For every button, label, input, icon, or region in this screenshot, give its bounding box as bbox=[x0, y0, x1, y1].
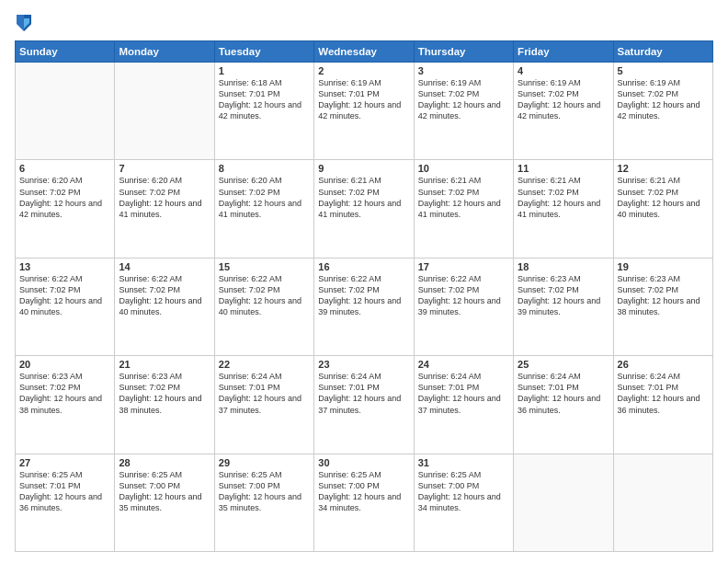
day-number: 22 bbox=[219, 359, 310, 370]
day-cell: 18Sunrise: 6:23 AM Sunset: 7:02 PM Dayli… bbox=[514, 258, 613, 355]
day-cell: 6Sunrise: 6:20 AM Sunset: 7:02 PM Daylig… bbox=[16, 160, 115, 258]
day-number: 26 bbox=[618, 359, 709, 370]
day-info: Sunrise: 6:22 AM Sunset: 7:02 PM Dayligh… bbox=[19, 273, 110, 318]
day-cell: 10Sunrise: 6:21 AM Sunset: 7:02 PM Dayli… bbox=[414, 160, 513, 258]
header bbox=[15, 11, 713, 33]
day-info: Sunrise: 6:22 AM Sunset: 7:02 PM Dayligh… bbox=[318, 273, 409, 318]
logo-icon bbox=[15, 11, 33, 33]
day-info: Sunrise: 6:25 AM Sunset: 7:00 PM Dayligh… bbox=[318, 469, 409, 514]
day-cell: 9Sunrise: 6:21 AM Sunset: 7:02 PM Daylig… bbox=[314, 160, 414, 258]
day-cell: 23Sunrise: 6:24 AM Sunset: 7:01 PM Dayli… bbox=[314, 356, 414, 454]
day-info: Sunrise: 6:24 AM Sunset: 7:01 PM Dayligh… bbox=[618, 371, 709, 416]
day-cell: 8Sunrise: 6:20 AM Sunset: 7:02 PM Daylig… bbox=[214, 160, 313, 258]
day-info: Sunrise: 6:24 AM Sunset: 7:01 PM Dayligh… bbox=[318, 371, 409, 416]
week-row-3: 13Sunrise: 6:22 AM Sunset: 7:02 PM Dayli… bbox=[16, 258, 713, 355]
day-info: Sunrise: 6:25 AM Sunset: 7:01 PM Dayligh… bbox=[19, 469, 110, 514]
day-info: Sunrise: 6:23 AM Sunset: 7:02 PM Dayligh… bbox=[518, 273, 609, 318]
day-number: 25 bbox=[518, 359, 609, 370]
day-cell: 20Sunrise: 6:23 AM Sunset: 7:02 PM Dayli… bbox=[16, 356, 115, 454]
day-number: 10 bbox=[418, 163, 509, 174]
week-row-5: 27Sunrise: 6:25 AM Sunset: 7:01 PM Dayli… bbox=[16, 454, 713, 551]
day-cell: 25Sunrise: 6:24 AM Sunset: 7:01 PM Dayli… bbox=[514, 356, 613, 454]
day-cell: 13Sunrise: 6:22 AM Sunset: 7:02 PM Dayli… bbox=[16, 258, 115, 355]
day-cell: 12Sunrise: 6:21 AM Sunset: 7:02 PM Dayli… bbox=[613, 160, 712, 258]
day-number: 7 bbox=[119, 163, 210, 174]
day-number: 27 bbox=[19, 457, 110, 468]
column-header-wednesday: Wednesday bbox=[314, 41, 414, 63]
calendar-body: 1Sunrise: 6:18 AM Sunset: 7:01 PM Daylig… bbox=[16, 63, 713, 552]
day-cell: 16Sunrise: 6:22 AM Sunset: 7:02 PM Dayli… bbox=[314, 258, 414, 355]
day-info: Sunrise: 6:23 AM Sunset: 7:02 PM Dayligh… bbox=[119, 371, 210, 416]
day-info: Sunrise: 6:25 AM Sunset: 7:00 PM Dayligh… bbox=[119, 469, 210, 514]
day-info: Sunrise: 6:20 AM Sunset: 7:02 PM Dayligh… bbox=[19, 175, 110, 220]
day-cell: 14Sunrise: 6:22 AM Sunset: 7:02 PM Dayli… bbox=[115, 258, 214, 355]
day-number: 11 bbox=[518, 163, 609, 174]
week-row-1: 1Sunrise: 6:18 AM Sunset: 7:01 PM Daylig… bbox=[16, 63, 713, 160]
day-number: 1 bbox=[219, 65, 310, 76]
day-info: Sunrise: 6:19 AM Sunset: 7:01 PM Dayligh… bbox=[318, 77, 409, 122]
day-number: 20 bbox=[19, 359, 110, 370]
day-info: Sunrise: 6:23 AM Sunset: 7:02 PM Dayligh… bbox=[618, 273, 709, 318]
day-cell: 19Sunrise: 6:23 AM Sunset: 7:02 PM Dayli… bbox=[613, 258, 712, 355]
column-header-sunday: Sunday bbox=[16, 41, 115, 63]
day-cell: 27Sunrise: 6:25 AM Sunset: 7:01 PM Dayli… bbox=[16, 454, 115, 551]
day-number: 4 bbox=[518, 65, 609, 76]
day-cell: 26Sunrise: 6:24 AM Sunset: 7:01 PM Dayli… bbox=[613, 356, 712, 454]
day-number: 21 bbox=[119, 359, 210, 370]
day-info: Sunrise: 6:18 AM Sunset: 7:01 PM Dayligh… bbox=[219, 77, 310, 122]
day-info: Sunrise: 6:20 AM Sunset: 7:02 PM Dayligh… bbox=[219, 175, 310, 220]
day-cell: 31Sunrise: 6:25 AM Sunset: 7:00 PM Dayli… bbox=[414, 454, 513, 551]
day-cell: 11Sunrise: 6:21 AM Sunset: 7:02 PM Dayli… bbox=[514, 160, 613, 258]
day-info: Sunrise: 6:24 AM Sunset: 7:01 PM Dayligh… bbox=[219, 371, 310, 416]
day-cell: 2Sunrise: 6:19 AM Sunset: 7:01 PM Daylig… bbox=[314, 63, 414, 160]
column-header-tuesday: Tuesday bbox=[214, 41, 313, 63]
day-cell: 21Sunrise: 6:23 AM Sunset: 7:02 PM Dayli… bbox=[115, 356, 214, 454]
calendar-table: SundayMondayTuesdayWednesdayThursdayFrid… bbox=[15, 40, 713, 552]
day-cell: 5Sunrise: 6:19 AM Sunset: 7:02 PM Daylig… bbox=[613, 63, 712, 160]
day-number: 24 bbox=[418, 359, 509, 370]
day-info: Sunrise: 6:24 AM Sunset: 7:01 PM Dayligh… bbox=[518, 371, 609, 416]
day-info: Sunrise: 6:21 AM Sunset: 7:02 PM Dayligh… bbox=[418, 175, 509, 220]
day-number: 31 bbox=[418, 457, 509, 468]
day-info: Sunrise: 6:22 AM Sunset: 7:02 PM Dayligh… bbox=[119, 273, 210, 318]
day-info: Sunrise: 6:19 AM Sunset: 7:02 PM Dayligh… bbox=[518, 77, 609, 122]
day-info: Sunrise: 6:23 AM Sunset: 7:02 PM Dayligh… bbox=[19, 371, 110, 416]
page: SundayMondayTuesdayWednesdayThursdayFrid… bbox=[0, 0, 728, 563]
week-row-2: 6Sunrise: 6:20 AM Sunset: 7:02 PM Daylig… bbox=[16, 160, 713, 258]
day-info: Sunrise: 6:21 AM Sunset: 7:02 PM Dayligh… bbox=[618, 175, 709, 220]
day-cell: 30Sunrise: 6:25 AM Sunset: 7:00 PM Dayli… bbox=[314, 454, 414, 551]
day-cell: 22Sunrise: 6:24 AM Sunset: 7:01 PM Dayli… bbox=[214, 356, 313, 454]
column-header-friday: Friday bbox=[514, 41, 613, 63]
column-header-monday: Monday bbox=[115, 41, 214, 63]
day-cell bbox=[613, 454, 712, 551]
day-number: 30 bbox=[318, 457, 409, 468]
day-info: Sunrise: 6:21 AM Sunset: 7:02 PM Dayligh… bbox=[318, 175, 409, 220]
day-cell: 1Sunrise: 6:18 AM Sunset: 7:01 PM Daylig… bbox=[214, 63, 313, 160]
day-number: 13 bbox=[19, 261, 110, 272]
column-header-thursday: Thursday bbox=[414, 41, 513, 63]
day-number: 14 bbox=[119, 261, 210, 272]
day-cell bbox=[514, 454, 613, 551]
day-info: Sunrise: 6:21 AM Sunset: 7:02 PM Dayligh… bbox=[518, 175, 609, 220]
day-number: 23 bbox=[318, 359, 409, 370]
day-info: Sunrise: 6:19 AM Sunset: 7:02 PM Dayligh… bbox=[418, 77, 509, 122]
day-cell: 15Sunrise: 6:22 AM Sunset: 7:02 PM Dayli… bbox=[214, 258, 313, 355]
day-cell: 29Sunrise: 6:25 AM Sunset: 7:00 PM Dayli… bbox=[214, 454, 313, 551]
day-info: Sunrise: 6:25 AM Sunset: 7:00 PM Dayligh… bbox=[219, 469, 310, 514]
day-number: 16 bbox=[318, 261, 409, 272]
day-number: 18 bbox=[518, 261, 609, 272]
day-number: 19 bbox=[618, 261, 709, 272]
logo bbox=[15, 11, 37, 33]
column-header-saturday: Saturday bbox=[613, 41, 712, 63]
day-cell: 3Sunrise: 6:19 AM Sunset: 7:02 PM Daylig… bbox=[414, 63, 513, 160]
day-cell: 4Sunrise: 6:19 AM Sunset: 7:02 PM Daylig… bbox=[514, 63, 613, 160]
day-info: Sunrise: 6:22 AM Sunset: 7:02 PM Dayligh… bbox=[219, 273, 310, 318]
day-number: 2 bbox=[318, 65, 409, 76]
day-cell: 28Sunrise: 6:25 AM Sunset: 7:00 PM Dayli… bbox=[115, 454, 214, 551]
day-info: Sunrise: 6:22 AM Sunset: 7:02 PM Dayligh… bbox=[418, 273, 509, 318]
day-number: 5 bbox=[618, 65, 709, 76]
day-info: Sunrise: 6:24 AM Sunset: 7:01 PM Dayligh… bbox=[418, 371, 509, 416]
day-number: 6 bbox=[19, 163, 110, 174]
day-number: 9 bbox=[318, 163, 409, 174]
day-info: Sunrise: 6:19 AM Sunset: 7:02 PM Dayligh… bbox=[618, 77, 709, 122]
